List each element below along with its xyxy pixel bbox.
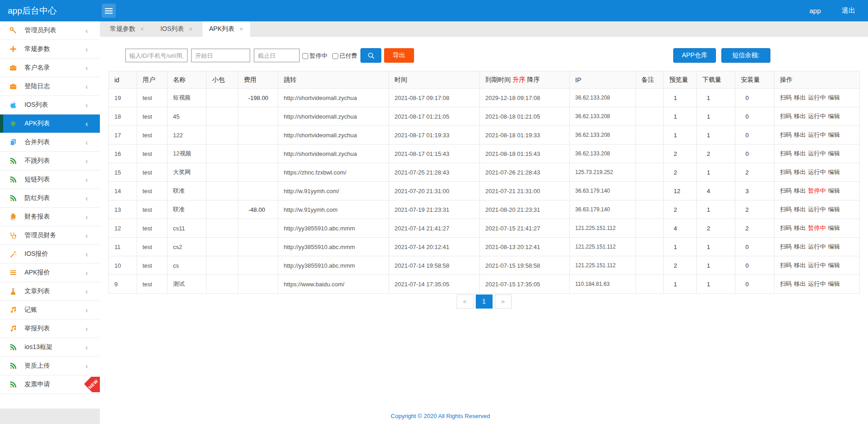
remove-link[interactable]: 移出 xyxy=(794,243,806,250)
scan-qr-link[interactable]: 扫码 xyxy=(780,113,792,120)
export-button[interactable]: 导出 xyxy=(384,48,414,63)
scan-qr-link[interactable]: 扫码 xyxy=(780,150,792,157)
scan-qr-link[interactable]: 扫码 xyxy=(780,169,792,175)
tab-3[interactable]: APK列表× xyxy=(202,21,250,37)
scan-qr-link[interactable]: 扫码 xyxy=(780,280,792,287)
sidebar-item[interactable]: 客户名录‹ xyxy=(0,59,100,77)
remove-link[interactable]: 移出 xyxy=(794,94,806,101)
cell-fee xyxy=(238,107,278,126)
scan-qr-link[interactable]: 扫码 xyxy=(780,206,792,213)
remove-link[interactable]: 移出 xyxy=(794,113,806,120)
sidebar-item[interactable]: 常规参数‹ xyxy=(0,40,100,59)
status-link[interactable]: 运行中 xyxy=(808,150,826,157)
nav-app-link[interactable]: app xyxy=(809,7,821,15)
remove-link[interactable]: 移出 xyxy=(794,206,806,213)
cell-fee xyxy=(238,275,278,294)
status-link[interactable]: 暂停中 xyxy=(808,224,826,231)
cell-name: 短视频 xyxy=(168,89,207,107)
close-icon[interactable]: × xyxy=(189,25,192,33)
edit-link[interactable]: 编辑 xyxy=(828,206,840,213)
sidebar-item[interactable]: 登陆日志‹ xyxy=(0,77,100,96)
sidebar-item[interactable]: 防红列表‹ xyxy=(0,189,100,208)
start-date-input[interactable] xyxy=(191,49,250,62)
sort-asc-link[interactable]: 升序 xyxy=(513,76,525,83)
scan-qr-link[interactable]: 扫码 xyxy=(780,131,792,138)
status-link[interactable]: 运行中 xyxy=(808,243,826,250)
edit-link[interactable]: 编辑 xyxy=(828,187,840,194)
sidebar-item-label: 客户名录 xyxy=(25,64,50,72)
search-icon xyxy=(367,52,375,60)
sidebar-item[interactable]: 发票申请‹NEW xyxy=(0,375,100,394)
status-link[interactable]: 运行中 xyxy=(808,113,826,120)
app-repo-button[interactable]: APP仓库 xyxy=(673,48,716,63)
sidebar-item[interactable]: IOS列表‹ xyxy=(0,96,100,115)
remove-link[interactable]: 移出 xyxy=(794,187,806,194)
tab-2[interactable]: IOS列表× xyxy=(153,21,199,37)
sidebar-item[interactable]: 短链列表‹ xyxy=(0,170,100,189)
sidebar-item[interactable]: ios13框架‹ xyxy=(0,338,100,357)
pagination-next[interactable]: » xyxy=(495,294,512,309)
sidebar-item[interactable]: 举报列表‹ xyxy=(0,319,100,338)
pagination-page-1[interactable]: 1 xyxy=(476,294,493,309)
sidebar-item[interactable]: 合并列表‹ xyxy=(0,133,100,152)
scan-qr-link[interactable]: 扫码 xyxy=(780,94,792,101)
pagination-prev[interactable]: « xyxy=(457,294,473,309)
scan-qr-link[interactable]: 扫码 xyxy=(780,224,792,231)
keyword-input[interactable] xyxy=(125,49,187,62)
status-link[interactable]: 运行中 xyxy=(808,262,826,269)
edit-link[interactable]: 编辑 xyxy=(828,280,840,287)
sms-balance-button[interactable]: 短信余额: xyxy=(721,48,770,63)
sidebar-item[interactable]: 文章列表‹ xyxy=(0,282,100,301)
table-row: 16test12视频http://shortvideomall.zychua20… xyxy=(109,145,860,163)
sidebar-item[interactable]: APK报价‹ xyxy=(0,264,100,282)
sidebar-item[interactable]: 管理员财务‹ xyxy=(0,226,100,245)
remove-link[interactable]: 移出 xyxy=(794,280,806,287)
edit-link[interactable]: 编辑 xyxy=(828,113,840,120)
paid-checkbox[interactable] xyxy=(332,53,338,59)
tab-1[interactable]: 常规参数× xyxy=(103,21,151,37)
end-date-input[interactable] xyxy=(254,49,300,62)
remove-link[interactable]: 移出 xyxy=(794,169,806,175)
cell-expire: 2021-07-15 19:58:58 xyxy=(480,256,570,275)
sidebar-toggle-button[interactable] xyxy=(102,4,116,18)
edit-link[interactable]: 编辑 xyxy=(828,243,840,250)
cell-views: 1 xyxy=(664,238,697,256)
sidebar-item[interactable]: APK列表‹ xyxy=(0,115,100,133)
edit-link[interactable]: 编辑 xyxy=(828,131,840,138)
remove-link[interactable]: 移出 xyxy=(794,262,806,269)
edit-link[interactable]: 编辑 xyxy=(828,94,840,101)
chevron-icon: ‹ xyxy=(85,120,88,128)
cell-views: 1 xyxy=(664,107,697,126)
scan-qr-link[interactable]: 扫码 xyxy=(780,243,792,250)
status-link[interactable]: 运行中 xyxy=(808,94,826,101)
scan-qr-link[interactable]: 扫码 xyxy=(780,262,792,269)
status-link[interactable]: 运行中 xyxy=(808,280,826,287)
scan-qr-link[interactable]: 扫码 xyxy=(780,187,792,194)
edit-link[interactable]: 编辑 xyxy=(828,224,840,231)
remove-link[interactable]: 移出 xyxy=(794,224,806,231)
sort-desc-link[interactable]: 降序 xyxy=(527,76,540,83)
paused-checkbox[interactable] xyxy=(302,53,308,59)
edit-link[interactable]: 编辑 xyxy=(828,150,840,157)
nav-logout-link[interactable]: 退出 xyxy=(842,6,855,15)
sidebar-item[interactable]: 不跳列表‹ xyxy=(0,152,100,170)
edit-link[interactable]: 编辑 xyxy=(828,262,840,269)
close-icon[interactable]: × xyxy=(140,25,144,33)
close-icon[interactable]: × xyxy=(240,25,243,33)
table-row: 11testcs2http://yy3855910.abc.mmm2021-07… xyxy=(109,238,860,256)
paid-checkbox-label[interactable]: 已付费 xyxy=(332,52,357,60)
sidebar-item[interactable]: 管理员列表‹ xyxy=(0,21,100,40)
status-link[interactable]: 运行中 xyxy=(808,131,826,138)
remove-link[interactable]: 移出 xyxy=(794,131,806,138)
status-link[interactable]: 暂停中 xyxy=(808,187,826,194)
search-button[interactable] xyxy=(360,48,381,63)
sidebar-item[interactable]: 记账‹ xyxy=(0,301,100,319)
sidebar-item[interactable]: 财务报表‹ xyxy=(0,208,100,226)
sidebar-item[interactable]: 资质上传‹ xyxy=(0,357,100,375)
edit-link[interactable]: 编辑 xyxy=(828,169,840,175)
remove-link[interactable]: 移出 xyxy=(794,150,806,157)
sidebar-item[interactable]: IOS报价‹ xyxy=(0,245,100,264)
status-link[interactable]: 运行中 xyxy=(808,169,826,175)
paused-checkbox-label[interactable]: 暂停中 xyxy=(302,52,327,60)
status-link[interactable]: 运行中 xyxy=(808,206,826,213)
